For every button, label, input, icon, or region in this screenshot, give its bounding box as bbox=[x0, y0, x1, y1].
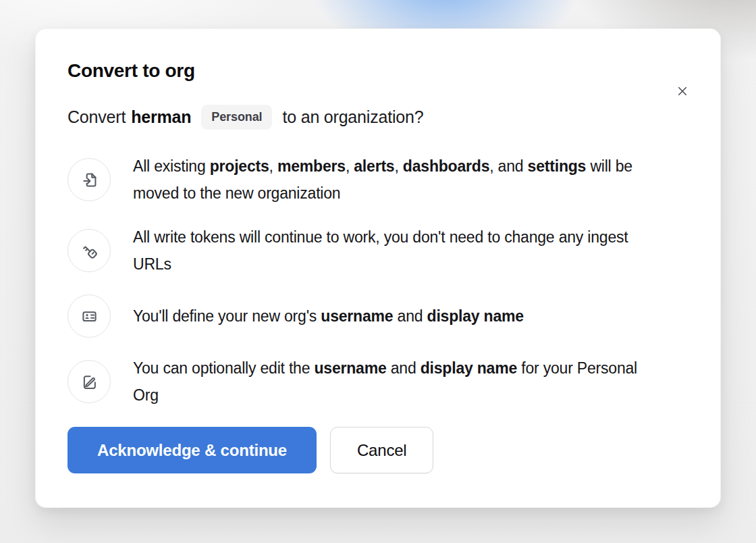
convert-to-org-dialog: Convert to org Convert herman Personal t… bbox=[35, 28, 721, 508]
cancel-button[interactable]: Cancel bbox=[330, 427, 434, 473]
close-button[interactable] bbox=[669, 78, 696, 105]
question-prefix: Convert bbox=[68, 107, 126, 127]
info-list: All existing projects, members, alerts, … bbox=[68, 153, 688, 409]
item-text: All existing projects, members, alerts, … bbox=[133, 153, 653, 207]
list-item: All write tokens will continue to work, … bbox=[68, 224, 688, 278]
acknowledge-continue-button[interactable]: Acknowledge & continue bbox=[68, 427, 317, 473]
personal-badge: Personal bbox=[201, 105, 272, 130]
key-icon bbox=[68, 229, 111, 272]
dialog-title: Convert to org bbox=[68, 60, 688, 82]
item-text: You can optionally edit the username and… bbox=[133, 355, 653, 409]
id-card-icon bbox=[68, 294, 111, 338]
edit-icon bbox=[68, 360, 111, 403]
list-item: All existing projects, members, alerts, … bbox=[68, 153, 688, 207]
dialog-actions: Acknowledge & continue Cancel bbox=[68, 427, 688, 473]
list-item: You can optionally edit the username and… bbox=[68, 355, 688, 409]
item-text: All write tokens will continue to work, … bbox=[133, 224, 653, 278]
question-suffix: to an organization? bbox=[282, 107, 423, 127]
item-text: You'll define your new org's username an… bbox=[133, 303, 524, 330]
list-item: You'll define your new org's username an… bbox=[68, 294, 688, 338]
file-import-icon bbox=[68, 158, 111, 201]
close-icon bbox=[674, 82, 691, 100]
question-line: Convert herman Personal to an organizati… bbox=[68, 105, 688, 130]
page-background: Convert to org Convert herman Personal t… bbox=[0, 0, 756, 543]
account-name: herman bbox=[131, 107, 191, 127]
